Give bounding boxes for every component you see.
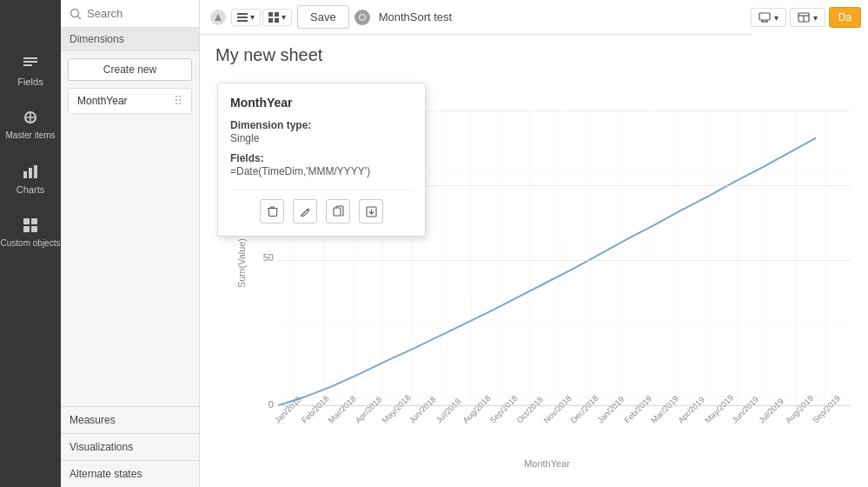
svg-rect-21 [268, 18, 273, 23]
tooltip-fields-value: =Date(TimeDim,'MMM/YYYY') [230, 165, 370, 177]
svg-marker-15 [215, 14, 222, 21]
svg-rect-1 [23, 61, 37, 63]
svg-point-23 [359, 14, 365, 20]
panel-section-measures[interactable]: Measures [61, 406, 199, 433]
top-controls: ▾ ▾ Da [751, 0, 868, 35]
svg-point-13 [71, 9, 79, 17]
svg-rect-2 [23, 64, 32, 66]
svg-rect-22 [275, 18, 279, 23]
monitor-button[interactable]: ▾ [751, 8, 786, 27]
app-status-icon [354, 10, 370, 25]
svg-rect-9 [23, 218, 30, 224]
panel-section-alternate-states[interactable]: Alternate states [61, 460, 199, 487]
layout-button[interactable]: ▾ [790, 8, 825, 27]
sidebar-item-label: Fields [17, 77, 43, 87]
master-items-icon [21, 108, 40, 127]
main-content: ▾ ▾ Save MonthSort test ▾ ▾ Da [200, 0, 868, 487]
edit-button[interactable]: Da [829, 7, 861, 28]
sidebar: Fields Master items Charts Custom object… [0, 0, 61, 487]
tooltip-export-button[interactable] [359, 199, 383, 223]
grid-view-button[interactable]: ▾ [262, 9, 292, 26]
tooltip-fields-row: Fields: =Date(TimeDim,'MMM/YYYY') [230, 151, 413, 177]
search-icon [70, 8, 82, 20]
fields-icon [21, 54, 40, 73]
tooltip-actions [230, 190, 413, 223]
search-input[interactable] [87, 7, 190, 20]
svg-rect-20 [275, 12, 279, 17]
svg-rect-18 [237, 20, 248, 22]
sidebar-item-charts[interactable]: Charts [0, 151, 61, 205]
gripper-icon: ⠿ [174, 94, 182, 108]
app-title: MonthSort test [379, 10, 453, 23]
sidebar-item-label: Master items [5, 130, 55, 141]
app-icon [210, 10, 226, 25]
save-button[interactable]: Save [297, 5, 349, 29]
svg-rect-16 [237, 13, 248, 15]
panel-section-visualizations[interactable]: Visualizations [61, 433, 199, 460]
svg-rect-31 [334, 208, 341, 216]
svg-rect-8 [34, 165, 37, 178]
custom-objects-icon [21, 216, 40, 235]
tooltip-fields-label: Fields: [230, 152, 264, 164]
dimension-item-monthyear[interactable]: MonthYear ⠿ [68, 88, 192, 114]
svg-rect-7 [29, 168, 32, 178]
svg-rect-0 [23, 57, 37, 59]
topbar: ▾ ▾ Save MonthSort test ▾ ▾ Da [200, 0, 868, 35]
tooltip-title: MonthYear [230, 96, 413, 110]
tooltip-delete-button[interactable] [260, 199, 284, 223]
sidebar-item-fields[interactable]: Fields [0, 43, 61, 97]
svg-rect-11 [23, 226, 30, 232]
svg-text:50: 50 [263, 252, 274, 263]
create-new-button[interactable]: Create new [68, 58, 192, 81]
search-bar [61, 0, 199, 28]
view-toggle: ▾ ▾ [231, 9, 292, 26]
tooltip-popup: MonthYear Dimension type: Single Fields:… [217, 83, 426, 237]
sidebar-item-label: Custom objects [1, 238, 61, 249]
panel: Dimensions Create new MonthYear ⠿ Measur… [61, 0, 200, 487]
svg-rect-24 [759, 13, 770, 20]
sidebar-item-label: Charts [17, 184, 44, 195]
sidebar-item-custom-objects[interactable]: Custom objects [0, 205, 61, 259]
svg-rect-6 [23, 171, 27, 178]
panel-bottom-items: Measures Visualizations Alternate states [61, 406, 199, 487]
tooltip-duplicate-button[interactable] [326, 199, 350, 223]
tooltip-dimension-type-label: Dimension type: [230, 119, 311, 131]
tooltip-edit-button[interactable] [293, 199, 317, 223]
svg-rect-19 [268, 12, 273, 17]
svg-text:0: 0 [268, 399, 274, 410]
svg-line-14 [78, 16, 82, 19]
dimensions-header: Dimensions [61, 28, 199, 51]
svg-text:Sum(Value): Sum(Value) [236, 238, 247, 288]
list-view-button[interactable]: ▾ [231, 9, 261, 26]
tooltip-dimension-type-value: Single [230, 132, 259, 144]
charts-icon [21, 162, 40, 181]
svg-text:MonthYear: MonthYear [524, 458, 570, 469]
svg-rect-10 [31, 218, 37, 224]
svg-rect-17 [237, 17, 248, 18]
sheet-title: My new sheet [200, 35, 868, 72]
sidebar-item-master-items[interactable]: Master items [0, 97, 61, 151]
sheet-area: My new sheet MonthYear Dimension type: S… [200, 35, 868, 487]
tooltip-dimension-type-row: Dimension type: Single [230, 118, 413, 144]
svg-rect-12 [31, 226, 37, 232]
